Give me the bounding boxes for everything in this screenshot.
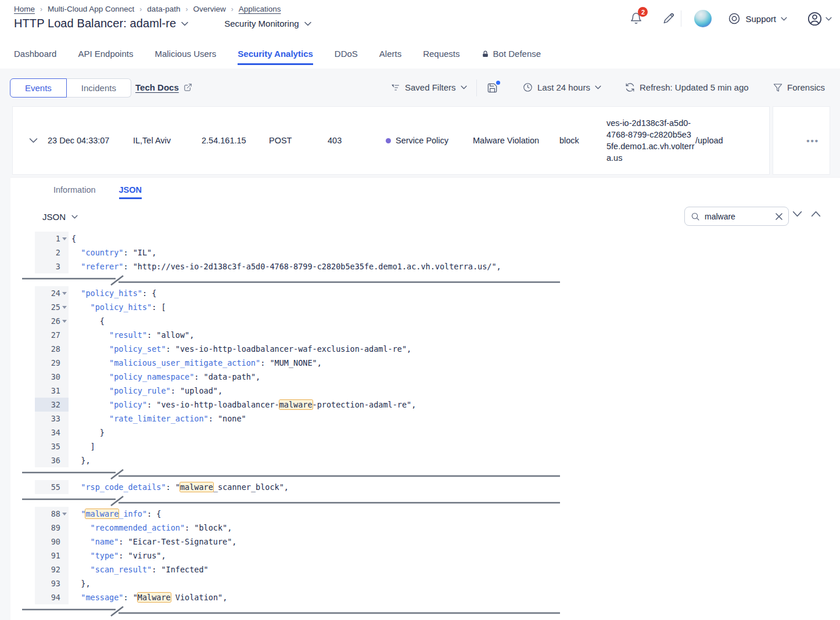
- breadcrumb-item[interactable]: Home: [14, 5, 35, 13]
- code-line-93: 93 },: [10, 576, 840, 590]
- collapsed-lines-indicator: [10, 467, 840, 480]
- expand-row-icon[interactable]: [29, 138, 38, 143]
- nav-tab-bot-defense[interactable]: Bot Defense: [482, 49, 541, 65]
- fold-arrow-icon[interactable]: [62, 292, 67, 295]
- nav-tabs: DashboardAPI EndpointsMalicious UsersSec…: [14, 49, 541, 65]
- line-number-gutter: 26: [35, 314, 69, 328]
- chevron-down-icon[interactable]: [304, 21, 311, 26]
- events-toggle-button[interactable]: Events: [10, 78, 67, 98]
- saved-filters-dropdown[interactable]: Saved Filters: [390, 82, 467, 92]
- code-line-90: 90 "name": "Eicar-Test-Signature",: [10, 535, 840, 549]
- code-line-88: 88 "malware_info": {: [10, 507, 840, 521]
- lifebuoy-icon: [728, 12, 741, 25]
- detail-tabs: Information JSON: [53, 185, 142, 199]
- search-icon: [691, 212, 700, 221]
- event-domain: ves-io-2d138c3f-a5d0-4768-8799-c2820b5e3…: [606, 117, 695, 164]
- time-range-dropdown[interactable]: Last 24 hours: [523, 82, 601, 92]
- user-icon: [807, 11, 823, 27]
- policy-dot: [386, 138, 391, 143]
- json-search-input[interactable]: [705, 212, 771, 221]
- page-title: HTTP Load Balancer: adaml-re: [14, 17, 176, 30]
- breadcrumb-separator: ›: [139, 5, 142, 13]
- line-number-gutter: 31: [35, 384, 69, 398]
- code-line-89: 89 "recommended_action": "block",: [10, 521, 840, 535]
- title-row: HTTP Load Balancer: adaml-re Security Mo…: [14, 17, 311, 30]
- unsaved-indicator-dot: [496, 81, 500, 85]
- event-actions-cell: •••: [773, 106, 830, 175]
- code-line-1: 1{: [10, 232, 840, 246]
- code-line-26: 26 {: [10, 314, 840, 328]
- code-line-36: 36 },: [10, 453, 840, 467]
- refresh-icon: [625, 82, 635, 92]
- line-number-gutter: 92: [35, 563, 69, 576]
- incidents-toggle-button[interactable]: Incidents: [67, 78, 131, 98]
- nav-tab-ddos[interactable]: DDoS: [335, 49, 358, 65]
- json-search-box: [684, 207, 789, 226]
- account-menu[interactable]: [807, 11, 832, 27]
- chevron-down-icon[interactable]: [181, 21, 188, 26]
- tab-information[interactable]: Information: [53, 185, 96, 199]
- tech-docs-link[interactable]: Tech Docs: [135, 82, 192, 92]
- code-line-91: 91 "type": "virus",: [10, 549, 840, 563]
- fold-arrow-icon[interactable]: [62, 306, 67, 309]
- ai-assistant-icon[interactable]: [694, 10, 712, 27]
- event-location: IL,Tel Aviv: [133, 136, 171, 145]
- event-rsp-code: 403: [328, 136, 342, 145]
- clear-search-icon[interactable]: [776, 213, 782, 220]
- security-monitoring-selector[interactable]: Security Monitoring: [224, 19, 299, 28]
- nav-tab-api-endpoints[interactable]: API Endpoints: [78, 49, 133, 65]
- line-number-gutter: 93: [35, 576, 69, 590]
- chevron-down-icon: [461, 85, 467, 89]
- nav-tab-malicious-users[interactable]: Malicious Users: [155, 49, 216, 65]
- next-match-icon[interactable]: [792, 211, 802, 217]
- line-number-gutter: 2: [35, 246, 69, 259]
- json-format-dropdown[interactable]: JSON: [42, 212, 78, 222]
- line-number-gutter: 34: [35, 426, 69, 439]
- event-row[interactable]: 23 Dec 04:33:07 IL,Tel Aviv 2.54.161.15 …: [12, 106, 770, 175]
- code-line-30: 30 "policy_namespace": "data-path",: [10, 370, 840, 384]
- breadcrumb-item[interactable]: Applications: [239, 5, 281, 13]
- code-line-28: 28 "policy_set": "ves-io-http-loadbalanc…: [10, 342, 840, 356]
- code-line-31: 31 "policy_rule": "upload",: [10, 384, 840, 398]
- fold-arrow-icon[interactable]: [62, 513, 67, 516]
- code-line-3: 3 "referer": "http://ves-io-2d138c3f-a5d…: [10, 259, 840, 273]
- chevron-down-icon: [781, 17, 787, 21]
- brush-icon[interactable]: [662, 12, 675, 25]
- refresh-button[interactable]: Refresh: Updated 5 min ago: [625, 82, 749, 92]
- breadcrumb-separator: ›: [185, 5, 188, 13]
- line-number-gutter: 3: [35, 259, 69, 273]
- line-number-gutter: 35: [35, 439, 69, 453]
- chevron-down-icon: [825, 17, 832, 21]
- nav-tab-security-analytics[interactable]: Security Analytics: [238, 49, 313, 65]
- nav-tab-dashboard[interactable]: Dashboard: [14, 49, 56, 65]
- header-actions: 2 Support: [630, 0, 840, 37]
- notifications-button[interactable]: 2: [630, 12, 642, 26]
- breadcrumb-item: Multi-Cloud App Connect: [48, 5, 134, 13]
- collapsed-lines-indicator: [10, 604, 840, 617]
- nav-tab-requests[interactable]: Requests: [423, 49, 460, 65]
- forensics-button[interactable]: Forensics: [773, 82, 825, 92]
- fold-arrow-icon[interactable]: [62, 320, 67, 323]
- save-filter-button[interactable]: [487, 82, 498, 93]
- line-number-gutter: 28: [35, 342, 69, 356]
- line-number-gutter: 36: [35, 453, 69, 467]
- page-header: Home›Multi-Cloud App Connect›data-path›O…: [0, 0, 840, 69]
- line-number-gutter: 90: [35, 535, 69, 549]
- line-number-gutter: 89: [35, 521, 69, 535]
- code-line-25: 25 "policy_hits": [: [10, 300, 840, 314]
- notification-badge: 2: [638, 7, 648, 17]
- more-actions-button[interactable]: •••: [806, 136, 819, 146]
- toolbar: Events Incidents Tech Docs Saved Filters…: [0, 78, 840, 98]
- divider: [476, 80, 477, 96]
- clock-icon: [523, 82, 533, 92]
- previous-match-icon[interactable]: [811, 211, 821, 217]
- tab-json[interactable]: JSON: [119, 185, 142, 199]
- code-line-92: 92 "scan_result": "Infected": [10, 563, 840, 576]
- line-number-gutter: 32: [35, 398, 69, 412]
- code-line-32: 32 "policy": "ves-io-http-loadbalancer-m…: [10, 398, 840, 412]
- line-number-gutter: 24: [35, 286, 69, 300]
- nav-tab-alerts[interactable]: Alerts: [379, 49, 401, 65]
- filter-lines-icon: [390, 83, 400, 92]
- support-menu[interactable]: Support: [728, 12, 787, 25]
- fold-arrow-icon[interactable]: [62, 237, 67, 240]
